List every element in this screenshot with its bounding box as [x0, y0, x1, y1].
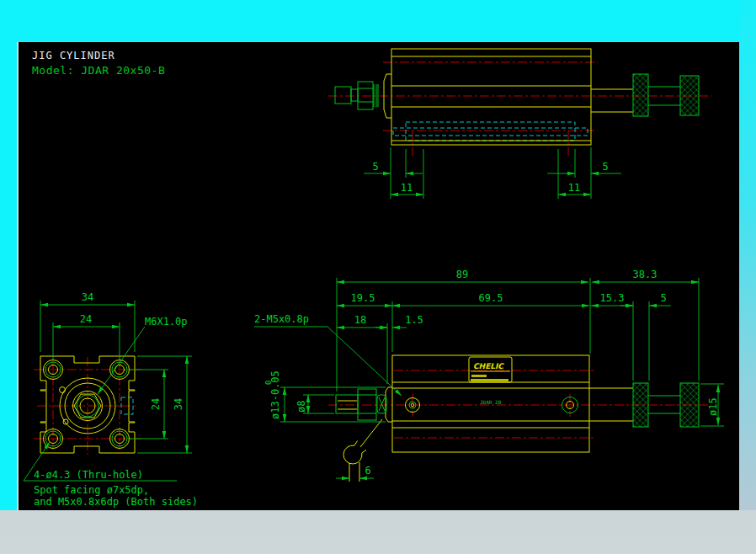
body-mark: JDAR 20 — [480, 399, 502, 405]
model-label: Model: JDAR 20x50-B — [32, 64, 165, 77]
dim-18: 18 — [354, 314, 366, 326]
dim-rod-dia: ø13-0.05 — [269, 370, 281, 419]
piston-rod-end — [335, 87, 351, 104]
port-callout: 2-M5x0.8p — [254, 313, 309, 325]
dim-6: 6 — [365, 465, 370, 477]
spot-facing-note-2: and M5x0.8x6dp (Both sides) — [34, 496, 198, 508]
wrench-flats-x — [379, 397, 385, 411]
dim-5: 5 — [660, 292, 666, 304]
cad-viewer-page: JIG CYLINDER Model: JDAR 20x50-B — [0, 0, 756, 554]
title-block: JIG CYLINDER Model: JDAR 20x50-B — [32, 50, 165, 77]
cad-drawing: JIG CYLINDER Model: JDAR 20x50-B — [19, 42, 739, 510]
dim-15-3: 15.3 — [600, 292, 625, 304]
frame-left-band — [0, 42, 17, 510]
piston-rod-end — [336, 395, 358, 413]
dim-89: 89 — [456, 269, 468, 280]
hidden-magnet-outline — [406, 122, 575, 141]
thru-hole-note: 4-ø4.3 (Thru-hole) — [34, 469, 143, 481]
front-view: 34 24 24 34 M6X1.0p 4-ø4.3 (Thru-hole) S… — [24, 291, 198, 508]
dim-1-5: 1.5 — [405, 314, 423, 326]
dim-19-5: 19.5 — [351, 292, 375, 304]
knurled-knob-2 — [680, 76, 699, 115]
thread-callout: M6X1.0p — [145, 316, 188, 328]
frame-top-band — [0, 0, 756, 42]
dim-left-5: 5 — [372, 161, 378, 173]
spot-facing-note-1: Spot facing ø7x5dp, — [34, 484, 149, 496]
nameplate: CHELIC — [469, 357, 512, 382]
side-view: CHELIC JDAR 20 — [254, 269, 724, 482]
wrench-icon — [343, 419, 382, 482]
knurled-knob-2 — [680, 383, 699, 427]
adjuster-rod — [591, 89, 633, 112]
dim-rod-tol-upper: 0 — [264, 381, 273, 385]
dim-left-11: 11 — [401, 182, 413, 194]
frame-right-band — [739, 0, 756, 510]
hidden-magnet-inner — [393, 128, 588, 136]
drawing-canvas[interactable]: JIG CYLINDER Model: JDAR 20x50-B — [17, 42, 739, 510]
dim-right-5: 5 — [602, 161, 608, 173]
dim-knob-dia: ø15 — [707, 397, 719, 416]
centerlines — [34, 357, 141, 455]
dim-piston-rod: ø8 — [295, 401, 307, 413]
nut-facets — [358, 395, 376, 413]
dim-69-5: 69.5 — [479, 292, 503, 304]
dim-width-34: 34 — [82, 291, 93, 303]
dim-38-3: 38.3 — [633, 269, 658, 280]
dim-width-24: 24 — [80, 313, 92, 325]
dim-height-34: 34 — [173, 398, 184, 410]
centerlines — [328, 62, 711, 131]
dim-height-24: 24 — [150, 398, 162, 410]
mounting-holes — [44, 360, 130, 449]
extension-lines — [391, 147, 591, 199]
page-title: JIG CYLINDER — [32, 50, 115, 61]
hole-axis-stubs — [413, 131, 568, 156]
dim-right-11: 11 — [568, 182, 580, 194]
knurled-knob-1 — [633, 74, 648, 116]
rod-neck — [351, 89, 358, 101]
nameplate-brand: CHELIC — [473, 362, 504, 370]
top-view: 5 11 5 11 — [328, 49, 711, 199]
knurled-knob-1 — [633, 383, 648, 427]
